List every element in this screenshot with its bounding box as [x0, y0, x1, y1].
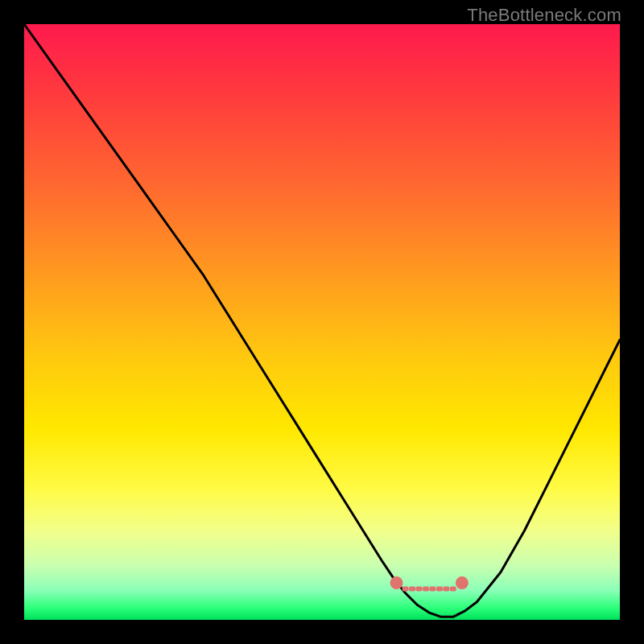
optimal-range-tick: [402, 587, 409, 592]
chart-curve-layer: [0, 0, 644, 644]
optimal-range-tick: [436, 587, 443, 592]
chart-container: TheBottleneck.com: [0, 0, 644, 644]
optimal-range-tick: [423, 587, 429, 592]
optimal-range-tick: [416, 587, 423, 592]
range-endpoint-marker: [390, 576, 403, 589]
optimal-range-tick: [450, 587, 456, 592]
optimal-range-tick: [429, 587, 436, 592]
optimal-range-tick: [443, 587, 449, 592]
bottleneck-curve: [24, 24, 620, 617]
optimal-range-tick: [409, 587, 415, 592]
range-endpoint-marker: [456, 576, 469, 589]
